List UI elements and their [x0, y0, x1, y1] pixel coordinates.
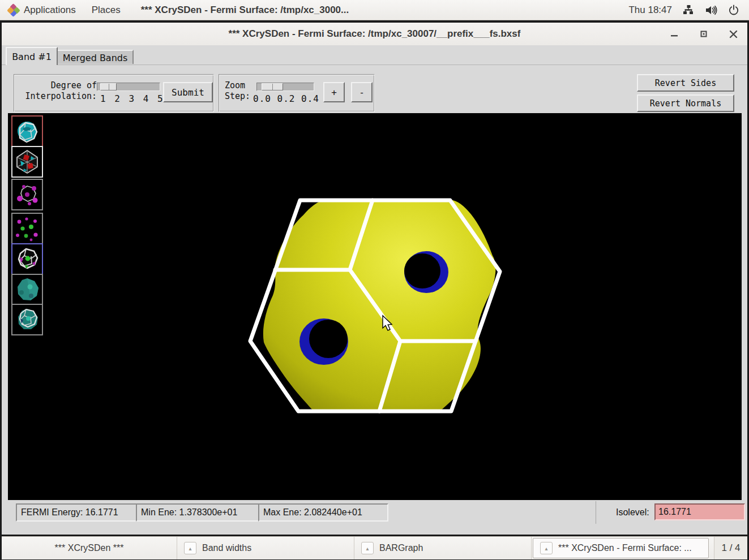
- isolevel-entry[interactable]: [654, 503, 745, 520]
- brillouin-zone-render: [8, 113, 742, 500]
- zoom-out-button[interactable]: -: [351, 82, 373, 102]
- fermi-surface-viewport[interactable]: [8, 113, 742, 500]
- submit-button[interactable]: Submit: [163, 82, 213, 102]
- task-band-widths[interactable]: ▴ Band widths: [177, 537, 354, 559]
- task-fermi-surface[interactable]: ▴ *** XCrySDen - Fermi Surface: ...: [533, 538, 709, 558]
- zoom-in-button[interactable]: +: [323, 82, 345, 102]
- desktop-top-panel: Applications Places *** XCrySDen - Fermi…: [0, 0, 749, 20]
- tab-band-1-label: Band #1: [12, 51, 52, 62]
- status-divider: [596, 501, 597, 524]
- interpolation-label: Degree ofInterpolation:: [19, 80, 97, 102]
- places-menu-label: Places: [92, 5, 121, 16]
- task-bargraph[interactable]: ▴ BARGraph: [354, 537, 532, 559]
- window-titlebar[interactable]: *** XCrySDen - Fermi Surface: /tmp/xc_30…: [2, 23, 747, 46]
- interpolation-slider[interactable]: [97, 83, 160, 91]
- applications-menu-label: Applications: [24, 5, 76, 16]
- zoom-step-slider[interactable]: [256, 83, 314, 91]
- tab-pane-edge: [2, 64, 747, 65]
- revert-sides-button[interactable]: Revert Sides: [637, 74, 734, 92]
- window-title: *** XCrySDen - Fermi Surface: /tmp/xc_30…: [229, 28, 521, 40]
- neck-hole-lower: [299, 318, 348, 365]
- zoom-step-frame: ZoomStep: 0.0 0.2 0.4 + -: [219, 74, 375, 112]
- window-icon: ▴: [361, 542, 374, 554]
- min-energy-status: Min Ene: 1.378300e+01: [136, 503, 265, 522]
- interpolation-slider-handle[interactable]: [100, 83, 117, 91]
- desktop-screen: Applications Places *** XCrySDen - Fermi…: [0, 0, 749, 560]
- active-window-menu[interactable]: *** XCrySDen - Fermi Surface: /tmp/xc_30…: [129, 0, 357, 20]
- isolevel-input[interactable]: [658, 507, 732, 517]
- fermi-energy-status: FERMI Energy: 16.1771: [16, 503, 142, 522]
- task-xcrysden-main[interactable]: *** XCrySDen ***: [2, 537, 177, 559]
- zoom-step-slider-handle[interactable]: [262, 83, 283, 91]
- tab-merged-bands[interactable]: Merged Bands: [57, 50, 134, 65]
- revert-normals-button[interactable]: Revert Normals: [637, 94, 734, 112]
- interpolation-frame: Degree ofInterpolation: 1 2 3 4 5 6 Subm…: [14, 74, 214, 112]
- window-icon: ▴: [184, 542, 196, 554]
- maximize-button[interactable]: [697, 28, 710, 40]
- volume-icon[interactable]: [705, 4, 717, 16]
- applications-menu[interactable]: Applications: [0, 0, 84, 20]
- max-energy-status: Max Ene: 2.082440e+01: [258, 503, 388, 522]
- places-menu[interactable]: Places: [84, 0, 129, 20]
- desktop-taskbar: *** XCrySDen *** ▴ Band widths ▴ BARGrap…: [2, 536, 747, 559]
- window-icon: ▴: [540, 542, 553, 554]
- clock-label[interactable]: Thu 18:47: [628, 5, 672, 16]
- neck-hole-upper: [404, 251, 448, 293]
- network-icon[interactable]: [682, 4, 695, 16]
- close-button[interactable]: [727, 28, 739, 40]
- tab-band-1[interactable]: Band #1: [6, 47, 58, 65]
- applications-menu-icon: [8, 5, 19, 16]
- isolevel-label: Isolevel:: [616, 507, 649, 518]
- workspace-pager[interactable]: 1 / 4: [714, 537, 747, 559]
- minimize-button[interactable]: [668, 28, 680, 40]
- active-window-title-label: *** XCrySDen - Fermi Surface: /tmp/xc_30…: [141, 5, 349, 16]
- power-icon[interactable]: [727, 4, 740, 16]
- zoom-step-label: ZoomStep:: [225, 80, 254, 102]
- xcrysden-fermi-window: Band #1 Merged Bands Degree ofInterpolat…: [2, 45, 747, 535]
- tab-merged-bands-label: Merged Bands: [63, 53, 128, 63]
- zoom-step-ticks: 0.0 0.2 0.4: [253, 93, 319, 104]
